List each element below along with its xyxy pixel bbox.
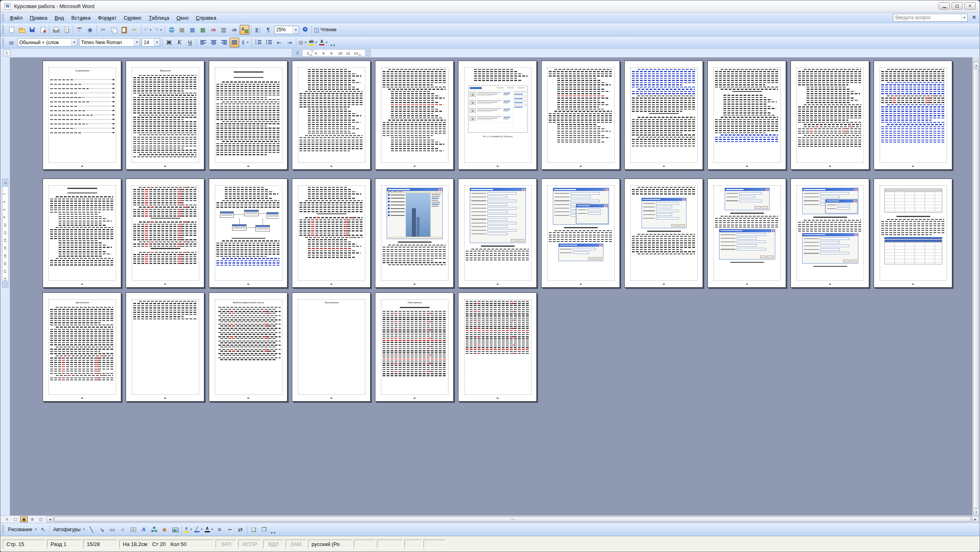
menu-item-файл[interactable]: Файл [6,14,26,22]
menu-item-вид[interactable]: Вид [51,14,68,22]
font-color-drawing-button[interactable]: А▼ [204,525,214,534]
page-thumbnail-23[interactable]: Заключение [43,292,121,402]
insert-excel-table-button[interactable]: ▦ [198,25,208,34]
page-thumbnail-2[interactable]: Введение [126,61,204,170]
page-thumbnail-16[interactable] [375,179,454,288]
font-color-button[interactable]: А▼ [319,38,328,47]
page-thumbnail-7[interactable] [541,61,620,170]
borders-button[interactable]: ⊞▼ [298,38,308,47]
page-thumbnail-26[interactable]: Приложение [292,292,371,402]
highlight-button[interactable]: ab▼ [308,38,318,47]
style-combo[interactable]: Обычный + (слож▼ [17,38,77,47]
horizontal-scrollbar[interactable] [54,516,972,522]
menu-item-вставка[interactable]: Вставка [67,14,94,22]
toolbar-grip[interactable] [2,38,4,46]
permission-button[interactable] [38,25,47,34]
reading-layout-view-button[interactable]: ◫ [37,516,45,522]
style-dropdown-icon[interactable]: ▼ [71,39,77,46]
spelling-button[interactable]: ABC✓ [75,25,84,34]
justify-button[interactable] [230,38,239,47]
columns-button[interactable]: ▥ [219,25,228,34]
toolbar-options-chevron[interactable]: ▾ ▾ [269,531,277,535]
paste-button[interactable] [119,25,129,34]
page-thumbnail-14[interactable] [209,179,287,288]
font-size-dropdown-icon[interactable]: ▼ [154,39,160,46]
close-button[interactable]: × [964,2,976,10]
toolbar-options-chevron[interactable]: ▾ ▾ [329,43,337,47]
toolbar-grip[interactable] [2,14,4,21]
font-dropdown-icon[interactable]: ▼ [134,39,140,46]
help-button[interactable] [300,25,310,34]
vertical-scroll-thumb[interactable] [973,69,979,508]
page-thumbnail-12[interactable] [43,179,121,288]
page-thumbnail-11[interactable] [874,61,952,170]
page-thumbnail-19[interactable] [624,179,703,288]
undo-button[interactable]: ↶▼ [143,25,153,34]
decrease-indent-button[interactable]: ⇤ [274,38,284,47]
insert-hyperlink-button[interactable] [167,25,176,34]
page-thumbnail-24[interactable] [126,292,204,402]
3d-style-button[interactable]: ❒ [259,525,269,534]
page-thumbnail-18[interactable] [541,179,620,288]
page-thumbnail-20[interactable] [707,179,786,288]
arrow-button[interactable]: ↘ [97,525,107,534]
read-mode-button[interactable]: ◫Чтение [314,25,338,34]
menu-item-таблица[interactable]: Таблица [145,14,173,22]
equation-editor-button[interactable]: √α [208,25,218,34]
ask-dropdown-icon[interactable]: ▼ [961,14,967,21]
line-style-button[interactable]: ≡ [215,525,224,534]
font-combo[interactable]: Times New Roman▼ [79,38,140,47]
line-button[interactable]: ╲ [87,525,96,534]
save-button[interactable] [27,25,37,34]
underline-button[interactable]: Ч [185,38,195,47]
scroll-down-button[interactable]: ▼ [973,509,979,515]
bulleted-list-button[interactable] [264,38,273,47]
increase-indent-button[interactable]: ⇥ [285,38,294,47]
insert-table-button[interactable]: ▦ [187,25,197,34]
menu-item-правка[interactable]: Правка [26,14,51,22]
page-thumbnail-17[interactable] [458,179,537,288]
page-thumbnail-9[interactable] [707,61,786,170]
menu-item-справка[interactable]: Справка [192,14,220,22]
research-button[interactable]: ◉ [85,25,95,34]
horizontal-ruler[interactable]: 22468101214 [292,49,371,57]
diagram-button[interactable] [149,525,159,534]
drawing-button[interactable]: A [240,25,249,34]
web-layout-view-button[interactable]: ▢ [12,516,19,522]
page-thumbnail-5[interactable] [375,61,454,170]
status-toggle-extend[interactable]: ВДЛ [263,540,284,548]
status-toggle-overtype[interactable]: ЗАМ [285,540,306,548]
page-thumbnail-22[interactable] [874,179,952,288]
toolbar-grip[interactable] [2,525,4,534]
page-thumbnail-25[interactable]: Библиографический список [209,292,287,402]
toolbar-grip[interactable] [2,25,4,34]
fill-color-button[interactable]: ◊▼ [183,525,193,534]
line-spacing-button[interactable]: ⇕▼ [240,38,250,47]
status-toggle-record[interactable]: ЗАП [216,540,236,548]
page-thumbnail-4[interactable] [292,61,371,170]
page-thumbnail-15[interactable] [292,179,371,288]
autoshapes-menu[interactable]: Автофигуры▼ [51,525,86,534]
split-handle[interactable] [974,58,979,61]
menu-item-окно[interactable]: Окно [173,14,192,22]
normal-view-button[interactable]: ≡ [3,516,11,522]
show-formatting-marks-button[interactable]: ¶ [263,25,273,34]
right-indent-marker[interactable] [358,54,361,56]
zoom-combo[interactable]: 25%▼ [274,26,299,34]
open-button[interactable] [17,25,26,34]
styles-and-formatting-button[interactable]: АА [6,38,16,47]
menu-item-формат[interactable]: Формат [94,14,120,22]
italic-button[interactable]: К [175,38,184,47]
vertical-ruler[interactable]: 224681012141618202224 [2,179,8,288]
select-objects-button[interactable]: ↖ [38,525,48,534]
line-color-button[interactable]: ╱▼ [194,525,204,534]
print-button[interactable] [51,25,61,34]
scroll-left-button[interactable]: ◀ [47,516,53,522]
menu-item-сервис[interactable]: Сервис [120,14,145,22]
page-thumbnail-3[interactable] [209,61,287,170]
document-map-button[interactable]: ◧ [253,25,263,34]
bold-button[interactable]: Ж [164,38,174,47]
close-document-button[interactable]: ✕ [972,14,976,20]
minimize-button[interactable] [939,2,950,10]
page-thumbnail-28[interactable] [458,292,537,402]
